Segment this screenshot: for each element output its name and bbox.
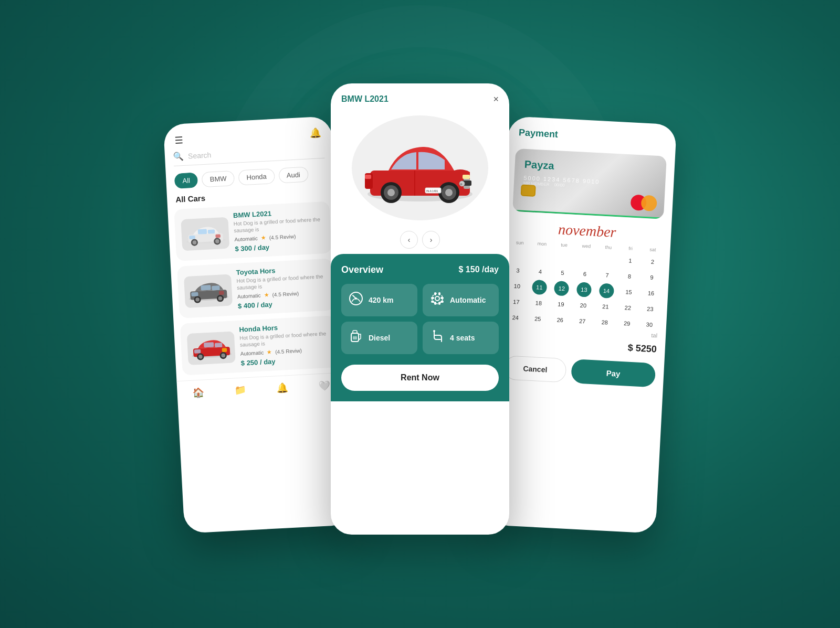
honda-transmission: Automatic — [240, 349, 264, 356]
filter-honda[interactable]: Honda — [238, 168, 275, 185]
calendar-day[interactable]: 17 — [509, 294, 524, 309]
calendar-day[interactable]: 4 — [532, 263, 548, 279]
honda-info: Honda Hors Hot Dog is a grilled or food … — [239, 321, 331, 367]
payment-header: Payment — [508, 116, 677, 152]
calendar-day[interactable]: 12 — [554, 281, 569, 296]
filter-audi[interactable]: Audi — [278, 166, 308, 183]
calendar-grid: 1234567891011121314151617181920212223242… — [505, 247, 664, 332]
overview-price: $ 150 /day — [459, 265, 499, 274]
card-brand: Payza — [524, 158, 657, 177]
search-placeholder: Search — [188, 150, 212, 159]
svg-rect-8 — [189, 235, 195, 239]
rent-now-button[interactable]: Rent Now — [341, 365, 499, 391]
calendar-day[interactable]: 24 — [508, 310, 523, 325]
toyota-rating: (4.5 Reviw) — [272, 290, 299, 297]
toyota-car-svg — [185, 275, 232, 306]
svg-rect-38 — [365, 175, 371, 179]
calendar-day[interactable]: 6 — [577, 266, 592, 281]
cal-header-fri: fri — [620, 245, 642, 251]
screen-detail: BMW L2021 × — [331, 83, 509, 535]
carousel-nav: ‹ › — [331, 231, 509, 249]
car-card-bmw[interactable]: BMW L2021 Hot Dog is a grilled or food w… — [174, 201, 332, 261]
calendar-day[interactable]: 8 — [622, 268, 637, 283]
calendar-day[interactable]: 28 — [597, 314, 612, 329]
bottom-nav: 🏠 📁 🔔 🤍 — [176, 372, 345, 406]
svg-rect-60 — [434, 302, 436, 305]
svg-text:⊕: ⊕ — [460, 183, 463, 186]
overview-label: Overview — [341, 264, 383, 275]
speedometer-icon — [349, 291, 363, 309]
filter-all[interactable]: All — [174, 172, 198, 188]
calendar-day[interactable]: 27 — [575, 313, 590, 328]
car-showcase: ⊕ IN-A 1401 — [331, 110, 509, 231]
svg-rect-19 — [201, 285, 211, 290]
svg-point-42 — [387, 189, 395, 196]
calendar-day[interactable]: 3 — [510, 262, 526, 278]
calendar-day[interactable]: 5 — [555, 265, 570, 280]
bmw-rating: (4.5 Reviw) — [269, 233, 296, 240]
calendar-day[interactable]: 18 — [531, 295, 546, 310]
svg-rect-63 — [353, 336, 357, 339]
calendar-day[interactable]: 30 — [642, 316, 657, 332]
prev-arrow[interactable]: ‹ — [400, 231, 418, 249]
svg-rect-31 — [222, 348, 227, 352]
card-stripe — [512, 209, 664, 219]
calendar-day[interactable]: 22 — [620, 300, 635, 315]
calendar-day[interactable]: 15 — [621, 284, 636, 299]
month-display: november — [503, 218, 671, 243]
svg-rect-57 — [431, 301, 434, 303]
car-card-toyota[interactable]: Toyota Hors Hot Dog is a grilled or food… — [177, 258, 335, 318]
nav-home-icon[interactable]: 🏠 — [192, 386, 204, 398]
cal-header-thu: thu — [597, 244, 620, 250]
svg-rect-21 — [218, 291, 224, 295]
svg-rect-29 — [204, 342, 214, 347]
cal-header-mon: mon — [531, 240, 553, 247]
pay-button[interactable]: Pay — [571, 359, 656, 387]
cancel-button[interactable]: Cancel — [503, 355, 566, 382]
honda-car-svg — [188, 332, 234, 363]
nav-heart-icon[interactable]: 🤍 — [318, 379, 330, 391]
calendar-day[interactable]: 29 — [620, 315, 635, 331]
calendar-day[interactable]: 2 — [645, 254, 660, 269]
spec-transmission: Automatic — [423, 284, 499, 316]
hamburger-icon[interactable]: ☰ — [174, 134, 183, 146]
calendar-day[interactable]: 19 — [553, 296, 569, 312]
calendar-day[interactable]: 26 — [552, 312, 568, 327]
car-image-toyota — [184, 274, 233, 308]
calendar-day[interactable]: 1 — [623, 252, 638, 268]
cal-header-wed: wed — [575, 243, 597, 249]
svg-rect-61 — [438, 302, 440, 305]
calendar-day[interactable]: 14 — [598, 283, 614, 298]
svg-rect-56 — [431, 297, 434, 299]
calendar-day[interactable]: 21 — [598, 299, 613, 314]
calendar-day[interactable]: 16 — [643, 285, 658, 301]
svg-rect-11 — [215, 234, 220, 238]
calendar-day[interactable]: 9 — [644, 270, 659, 285]
calendar: sun mon tue wed thu fri sat 123456789101… — [498, 239, 670, 333]
calendar-day[interactable]: 11 — [532, 279, 547, 294]
cal-header-sat: sat — [642, 246, 664, 252]
car-card-honda[interactable]: Honda Hors Hot Dog is a grilled or food … — [180, 315, 338, 375]
svg-point-64 — [433, 330, 435, 332]
calendar-day[interactable]: 7 — [600, 267, 615, 282]
spec-km-value: 420 km — [369, 296, 393, 304]
nav-bell-icon[interactable]: 🔔 — [276, 382, 288, 394]
calendar-day[interactable]: 13 — [576, 282, 592, 297]
svg-text:IN-A 1401: IN-A 1401 — [426, 189, 438, 193]
toyota-info: Toyota Hors Hot Dog is a grilled or food… — [236, 264, 328, 310]
detail-car-title: BMW L2021 — [341, 94, 388, 104]
next-arrow[interactable]: › — [422, 231, 440, 249]
filter-bmw[interactable]: BMW — [202, 170, 235, 187]
detail-header: BMW L2021 × — [331, 83, 509, 110]
calendar-day[interactable]: 10 — [509, 278, 524, 293]
calendar-day[interactable]: 20 — [575, 297, 591, 313]
calendar-day[interactable]: 23 — [643, 301, 658, 316]
car-image-honda — [187, 331, 236, 365]
calendar-day[interactable]: 25 — [530, 311, 545, 326]
nav-folder-icon[interactable]: 📁 — [234, 384, 246, 396]
spec-fuel-value: Diesel — [369, 334, 390, 342]
notification-icon[interactable]: 🔔 — [310, 127, 322, 139]
close-button[interactable]: × — [493, 94, 499, 105]
spec-km: 420 km — [341, 284, 417, 316]
svg-rect-18 — [191, 292, 198, 296]
